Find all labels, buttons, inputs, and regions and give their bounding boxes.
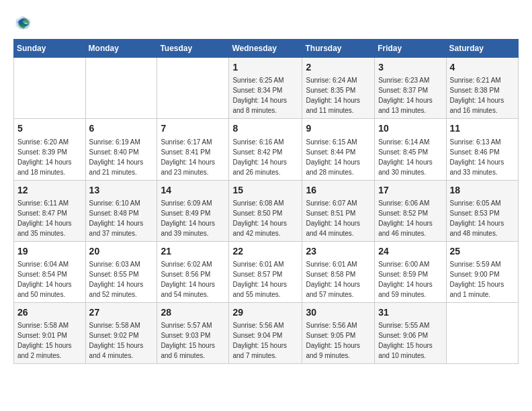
calendar-cell: 22Sunrise: 6:01 AMSunset: 8:57 PMDayligh…	[229, 241, 302, 302]
day-number: 11	[450, 122, 515, 135]
calendar-cell: 26Sunrise: 5:58 AMSunset: 9:01 PMDayligh…	[14, 303, 86, 364]
header-day-monday: Monday	[85, 40, 157, 58]
day-number: 7	[161, 122, 225, 135]
day-number: 8	[232, 122, 298, 135]
calendar-cell: 2Sunrise: 6:24 AMSunset: 8:35 PMDaylight…	[302, 58, 375, 119]
calendar-cell: 11Sunrise: 6:13 AMSunset: 8:46 PMDayligh…	[446, 119, 518, 180]
cell-info: Sunrise: 5:59 AMSunset: 9:00 PMDaylight:…	[450, 259, 515, 300]
calendar-week-row: 12Sunrise: 6:11 AMSunset: 8:47 PMDayligh…	[14, 180, 519, 241]
calendar-cell: 23Sunrise: 6:01 AMSunset: 8:58 PMDayligh…	[302, 241, 375, 302]
cell-info: Sunrise: 5:58 AMSunset: 9:02 PMDaylight:…	[89, 320, 154, 361]
day-number: 12	[17, 183, 82, 197]
logo-icon	[13, 13, 32, 32]
day-number: 28	[161, 306, 225, 319]
day-number: 25	[450, 244, 515, 258]
cell-info: Sunrise: 6:23 AMSunset: 8:37 PMDaylight:…	[378, 75, 442, 116]
cell-info: Sunrise: 6:03 AMSunset: 8:55 PMDaylight:…	[89, 259, 154, 300]
logo	[13, 13, 35, 32]
header-day-tuesday: Tuesday	[157, 40, 229, 58]
calendar-week-row: 5Sunrise: 6:20 AMSunset: 8:39 PMDaylight…	[14, 119, 519, 180]
calendar-week-row: 1Sunrise: 6:25 AMSunset: 8:34 PMDaylight…	[14, 58, 519, 119]
day-number: 16	[306, 183, 371, 197]
day-number: 13	[89, 183, 154, 197]
calendar-cell: 16Sunrise: 6:07 AMSunset: 8:51 PMDayligh…	[302, 180, 375, 241]
day-number: 9	[306, 122, 371, 135]
cell-info: Sunrise: 6:25 AMSunset: 8:34 PMDaylight:…	[232, 75, 298, 116]
day-number: 21	[161, 244, 225, 258]
calendar-cell	[157, 58, 229, 119]
calendar-cell: 1Sunrise: 6:25 AMSunset: 8:34 PMDaylight…	[229, 58, 302, 119]
day-number: 5	[17, 122, 82, 135]
day-number: 27	[89, 306, 154, 319]
day-number: 19	[17, 244, 82, 258]
calendar-cell: 5Sunrise: 6:20 AMSunset: 8:39 PMDaylight…	[14, 119, 86, 180]
cell-info: Sunrise: 6:24 AMSunset: 8:35 PMDaylight:…	[306, 75, 371, 116]
cell-info: Sunrise: 6:20 AMSunset: 8:39 PMDaylight:…	[17, 137, 82, 177]
cell-info: Sunrise: 5:57 AMSunset: 9:03 PMDaylight:…	[161, 320, 225, 361]
calendar-header-row: SundayMondayTuesdayWednesdayThursdayFrid…	[14, 40, 519, 58]
cell-info: Sunrise: 6:07 AMSunset: 8:51 PMDaylight:…	[306, 198, 371, 238]
calendar-cell: 13Sunrise: 6:10 AMSunset: 8:48 PMDayligh…	[85, 180, 157, 241]
cell-info: Sunrise: 6:04 AMSunset: 8:54 PMDaylight:…	[17, 259, 82, 300]
cell-info: Sunrise: 5:56 AMSunset: 9:05 PMDaylight:…	[306, 320, 371, 361]
day-number: 4	[450, 60, 515, 74]
calendar-cell	[14, 58, 86, 119]
day-number: 20	[89, 244, 154, 258]
calendar-cell: 28Sunrise: 5:57 AMSunset: 9:03 PMDayligh…	[157, 303, 229, 364]
header-day-wednesday: Wednesday	[229, 40, 302, 58]
cell-info: Sunrise: 6:00 AMSunset: 8:59 PMDaylight:…	[378, 259, 442, 300]
page-header	[13, 13, 519, 32]
day-number: 18	[450, 183, 515, 197]
calendar-cell: 24Sunrise: 6:00 AMSunset: 8:59 PMDayligh…	[375, 241, 446, 302]
cell-info: Sunrise: 6:08 AMSunset: 8:50 PMDaylight:…	[232, 198, 298, 238]
cell-info: Sunrise: 6:06 AMSunset: 8:52 PMDaylight:…	[378, 198, 442, 238]
day-number: 10	[378, 122, 442, 135]
calendar-cell	[446, 303, 518, 364]
calendar-cell: 25Sunrise: 5:59 AMSunset: 9:00 PMDayligh…	[446, 241, 518, 302]
day-number: 17	[378, 183, 442, 197]
cell-info: Sunrise: 6:02 AMSunset: 8:56 PMDaylight:…	[161, 259, 225, 300]
calendar-cell: 4Sunrise: 6:21 AMSunset: 8:38 PMDaylight…	[446, 58, 518, 119]
cell-info: Sunrise: 6:05 AMSunset: 8:53 PMDaylight:…	[450, 198, 515, 238]
cell-info: Sunrise: 6:21 AMSunset: 8:38 PMDaylight:…	[450, 75, 515, 116]
header-day-sunday: Sunday	[14, 40, 86, 58]
calendar-cell: 27Sunrise: 5:58 AMSunset: 9:02 PMDayligh…	[85, 303, 157, 364]
calendar-cell: 18Sunrise: 6:05 AMSunset: 8:53 PMDayligh…	[446, 180, 518, 241]
cell-info: Sunrise: 6:14 AMSunset: 8:45 PMDaylight:…	[378, 137, 442, 177]
day-number: 2	[306, 60, 371, 74]
cell-info: Sunrise: 6:01 AMSunset: 8:58 PMDaylight:…	[306, 259, 371, 300]
calendar-week-row: 26Sunrise: 5:58 AMSunset: 9:01 PMDayligh…	[14, 303, 519, 364]
day-number: 22	[232, 244, 298, 258]
calendar-cell: 19Sunrise: 6:04 AMSunset: 8:54 PMDayligh…	[14, 241, 86, 302]
cell-info: Sunrise: 5:56 AMSunset: 9:04 PMDaylight:…	[232, 320, 298, 361]
calendar-cell: 15Sunrise: 6:08 AMSunset: 8:50 PMDayligh…	[229, 180, 302, 241]
cell-info: Sunrise: 5:58 AMSunset: 9:01 PMDaylight:…	[17, 320, 82, 361]
header-day-friday: Friday	[375, 40, 446, 58]
cell-info: Sunrise: 6:17 AMSunset: 8:41 PMDaylight:…	[161, 137, 225, 177]
calendar-week-row: 19Sunrise: 6:04 AMSunset: 8:54 PMDayligh…	[14, 241, 519, 302]
day-number: 3	[378, 60, 442, 74]
calendar-cell	[85, 58, 157, 119]
cell-info: Sunrise: 6:09 AMSunset: 8:49 PMDaylight:…	[161, 198, 225, 238]
calendar-cell: 20Sunrise: 6:03 AMSunset: 8:55 PMDayligh…	[85, 241, 157, 302]
calendar-cell: 12Sunrise: 6:11 AMSunset: 8:47 PMDayligh…	[14, 180, 86, 241]
cell-info: Sunrise: 6:19 AMSunset: 8:40 PMDaylight:…	[89, 137, 154, 177]
calendar-cell: 31Sunrise: 5:55 AMSunset: 9:06 PMDayligh…	[375, 303, 446, 364]
day-number: 23	[306, 244, 371, 258]
cell-info: Sunrise: 6:16 AMSunset: 8:42 PMDaylight:…	[232, 137, 298, 177]
day-number: 24	[378, 244, 442, 258]
day-number: 14	[161, 183, 225, 197]
calendar-table: SundayMondayTuesdayWednesdayThursdayFrid…	[13, 39, 519, 364]
cell-info: Sunrise: 6:10 AMSunset: 8:48 PMDaylight:…	[89, 198, 154, 238]
calendar-cell: 6Sunrise: 6:19 AMSunset: 8:40 PMDaylight…	[85, 119, 157, 180]
calendar-cell: 29Sunrise: 5:56 AMSunset: 9:04 PMDayligh…	[229, 303, 302, 364]
cell-info: Sunrise: 6:01 AMSunset: 8:57 PMDaylight:…	[232, 259, 298, 300]
calendar-cell: 30Sunrise: 5:56 AMSunset: 9:05 PMDayligh…	[302, 303, 375, 364]
calendar-cell: 21Sunrise: 6:02 AMSunset: 8:56 PMDayligh…	[157, 241, 229, 302]
calendar-cell: 9Sunrise: 6:15 AMSunset: 8:44 PMDaylight…	[302, 119, 375, 180]
header-day-thursday: Thursday	[302, 40, 375, 58]
calendar-cell: 3Sunrise: 6:23 AMSunset: 8:37 PMDaylight…	[375, 58, 446, 119]
calendar-cell: 17Sunrise: 6:06 AMSunset: 8:52 PMDayligh…	[375, 180, 446, 241]
day-number: 1	[232, 60, 298, 74]
calendar-cell: 8Sunrise: 6:16 AMSunset: 8:42 PMDaylight…	[229, 119, 302, 180]
